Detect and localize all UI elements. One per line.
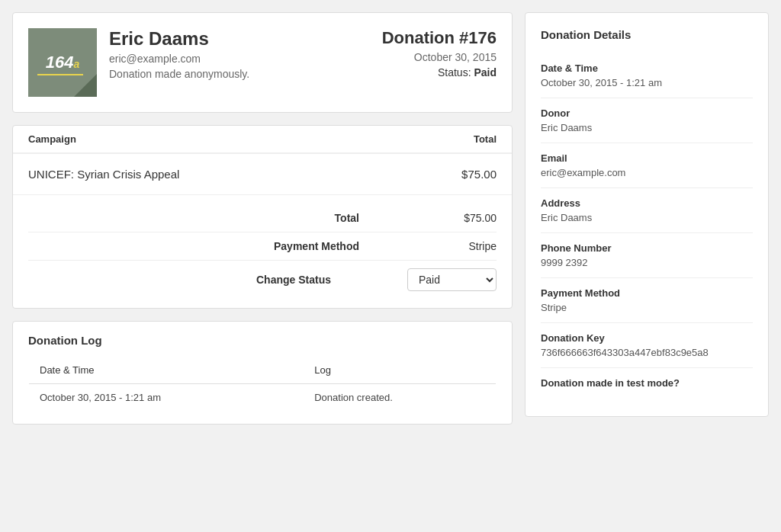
campaign-name: UNICEF: Syrian Crisis Appeal	[13, 153, 380, 195]
detail-value: Eric Daams	[541, 122, 753, 133]
detail-label: Email	[541, 152, 753, 164]
campaign-table: Campaign Total UNICEF: Syrian Crisis App…	[13, 126, 512, 195]
col-header-total: Total	[380, 126, 512, 153]
detail-label: Payment Method	[541, 287, 753, 299]
donor-header-card: 164 a Eric Daams eric@example.com Donati…	[12, 12, 513, 113]
sidebar-detail-item: Donation made in test mode?	[541, 368, 753, 401]
detail-value: 9999 2392	[541, 257, 753, 268]
donor-anonymous-note: Donation made anonymously.	[109, 68, 370, 80]
detail-value: 736f666663f643303a447ebf83c9e5a8	[541, 347, 753, 358]
sidebar-column: Donation Details Date & Time October 30,…	[525, 12, 769, 425]
sidebar-detail-item: Payment Method Stripe	[541, 278, 753, 323]
sidebar-detail-item: Phone Number 9999 2392	[541, 233, 753, 278]
total-label: Total	[335, 212, 359, 224]
detail-label: Donation made in test mode?	[541, 377, 753, 389]
sidebar-detail-item: Email eric@example.com	[541, 143, 753, 188]
sidebar-card: Donation Details Date & Time October 30,…	[525, 12, 769, 417]
change-status-label: Change Status	[256, 274, 331, 286]
sidebar-detail-item: Date & Time October 30, 2015 - 1:21 am	[541, 53, 753, 98]
donor-info: Eric Daams eric@example.com Donation mad…	[109, 28, 370, 80]
log-col-log: Log	[304, 357, 496, 384]
detail-label: Address	[541, 197, 753, 209]
logo-triangle	[74, 74, 97, 97]
detail-label: Date & Time	[541, 62, 753, 74]
donor-name: Eric Daams	[109, 28, 370, 50]
detail-label: Donor	[541, 107, 753, 119]
log-row: October 30, 2015 - 1:21 am Donation crea…	[29, 384, 497, 412]
logo-number: 164	[46, 54, 74, 71]
detail-value: Stripe	[541, 302, 753, 313]
sidebar-details: Date & Time October 30, 2015 - 1:21 am D…	[541, 53, 753, 401]
campaign-amount: $75.00	[380, 153, 512, 195]
sidebar-detail-item: Donor Eric Daams	[541, 98, 753, 143]
donation-number: Donation #176	[382, 28, 497, 48]
donation-date: October 30, 2015	[382, 51, 497, 63]
detail-label: Phone Number	[541, 242, 753, 254]
detail-value: Eric Daams	[541, 212, 753, 223]
logo-letter: a	[73, 58, 79, 70]
campaign-card: Campaign Total UNICEF: Syrian Crisis App…	[12, 125, 513, 309]
sidebar-detail-item: Donation Key 736f666663f643303a447ebf83c…	[541, 323, 753, 368]
payment-method-value: Stripe	[435, 240, 497, 252]
status-prefix: Status:	[438, 66, 471, 79]
status-select[interactable]: PaidPendingFailedRefunded	[407, 268, 497, 291]
total-row: Total $75.00	[28, 204, 497, 232]
log-datetime: October 30, 2015 - 1:21 am	[29, 384, 304, 412]
log-col-datetime: Date & Time	[29, 357, 304, 384]
log-table: Date & Time Log October 30, 2015 - 1:21 …	[28, 356, 497, 412]
donation-log-card: Donation Log Date & Time Log October 30,…	[12, 321, 513, 425]
payment-method-row: Payment Method Stripe	[28, 232, 497, 261]
donation-status: Status: Paid	[382, 66, 497, 79]
organization-logo: 164 a	[28, 28, 97, 97]
status-value: Paid	[474, 66, 497, 79]
detail-value: October 30, 2015 - 1:21 am	[541, 77, 753, 88]
sidebar-title: Donation Details	[541, 28, 753, 41]
col-header-campaign: Campaign	[13, 126, 380, 153]
change-status-row: Change Status PaidPendingFailedRefunded	[28, 261, 497, 299]
donor-email: eric@example.com	[109, 53, 370, 65]
log-entry: Donation created.	[304, 384, 496, 412]
donation-info: Donation #176 October 30, 2015 Status: P…	[382, 28, 497, 79]
total-value: $75.00	[435, 212, 497, 224]
payment-method-label: Payment Method	[274, 240, 359, 252]
sidebar-detail-item: Address Eric Daams	[541, 188, 753, 233]
donation-log-title: Donation Log	[28, 334, 497, 347]
summary-section: Total $75.00 Payment Method Stripe Chang…	[13, 195, 512, 308]
campaign-row: UNICEF: Syrian Crisis Appeal $75.00	[13, 153, 512, 195]
detail-label: Donation Key	[541, 332, 753, 344]
detail-value: eric@example.com	[541, 167, 753, 178]
